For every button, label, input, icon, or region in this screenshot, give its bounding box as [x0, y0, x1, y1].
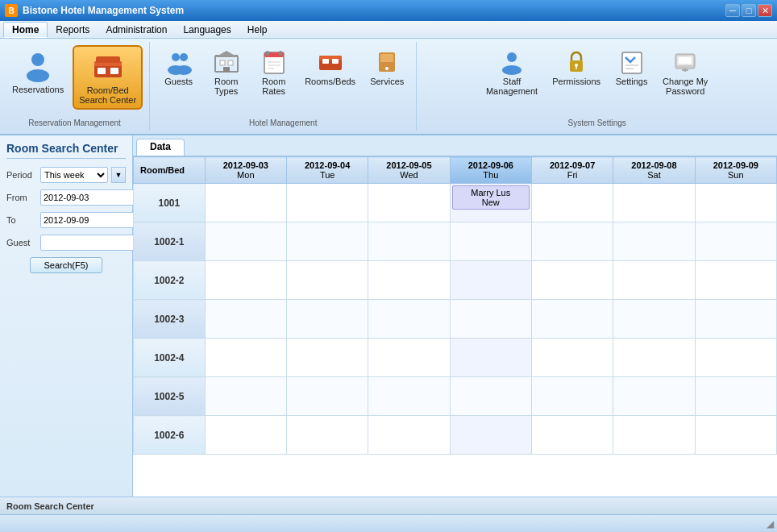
cell-1002-6-sep07[interactable]: [531, 416, 613, 455]
ribbon-btn-room-types[interactable]: RoomTypes: [204, 45, 248, 100]
cell-1002-2-sep04[interactable]: [286, 261, 368, 300]
room-label-1002-6: 1002-6: [134, 416, 206, 455]
app-title: Bistone Hotel Management System: [23, 5, 184, 16]
table-row: 1002-5: [134, 377, 777, 416]
settings-icon: [619, 49, 645, 75]
permissions-icon: [563, 49, 589, 75]
menu-help[interactable]: Help: [239, 23, 276, 37]
period-dropdown-btn[interactable]: ▼: [111, 167, 126, 183]
col-header-sep08: 2012-09-08Sat: [613, 157, 695, 184]
cell-1002-4-sep07[interactable]: [531, 339, 613, 377]
cell-1002-6-sep03[interactable]: [205, 416, 286, 455]
reservation-marry-lus[interactable]: Marry LusNew: [452, 185, 530, 210]
cell-1002-1-sep09[interactable]: [695, 222, 776, 261]
period-select[interactable]: This week This month Custom: [40, 167, 108, 183]
close-button[interactable]: ✕: [758, 4, 772, 17]
cell-1002-2-sep07[interactable]: [531, 261, 613, 300]
ribbon-group-label-system: System Settings: [568, 115, 626, 127]
ribbon-btn-staff[interactable]: StaffManagement: [480, 45, 543, 100]
ribbon-btn-room-rates[interactable]: RoomRates: [251, 45, 296, 100]
ribbon-btn-services[interactable]: Services: [364, 45, 409, 90]
cell-1002-1-sep03[interactable]: [205, 222, 286, 261]
table-row: 1002-4: [134, 339, 777, 377]
cell-1001-sep07[interactable]: [531, 184, 613, 222]
ribbon-btn-permissions[interactable]: Permissions: [546, 45, 606, 90]
cell-1001-sep09[interactable]: [695, 184, 776, 222]
guest-row: Guest: [6, 235, 126, 251]
change-password-icon: [672, 49, 698, 75]
col-header-sep05: 2012-09-05Wed: [368, 157, 450, 184]
cell-1002-3-sep06[interactable]: [450, 300, 531, 339]
cell-1002-3-sep08[interactable]: [613, 300, 695, 339]
cell-1002-6-sep05[interactable]: [368, 416, 450, 455]
staff-icon: [499, 49, 525, 75]
tab-data[interactable]: Data: [136, 139, 185, 156]
cell-1002-2-sep08[interactable]: [613, 261, 695, 300]
ribbon-btn-room-bed-search[interactable]: Room/BedSearch Center: [73, 45, 143, 110]
cell-1002-5-sep08[interactable]: [613, 377, 695, 416]
cell-1002-3-sep07[interactable]: [531, 300, 613, 339]
cell-1002-3-sep09[interactable]: [695, 300, 776, 339]
cell-1002-5-sep09[interactable]: [695, 377, 776, 416]
cell-1001-sep08[interactable]: [613, 184, 695, 222]
cell-1002-2-sep06[interactable]: [450, 261, 531, 300]
cell-1002-1-sep05[interactable]: [368, 222, 450, 261]
cell-1002-3-sep04[interactable]: [286, 300, 368, 339]
cell-1002-5-sep05[interactable]: [368, 377, 450, 416]
search-button[interactable]: Search(F5): [30, 257, 102, 273]
menu-administration[interactable]: Administration: [98, 23, 175, 37]
cell-1002-4-sep03[interactable]: [205, 339, 286, 377]
ribbon-btn-reservations[interactable]: Reservations: [6, 45, 69, 98]
menu-bar: Home Reports Administration Languages He…: [0, 21, 777, 39]
cell-1002-2-sep09[interactable]: [695, 261, 776, 300]
cell-1002-5-sep06[interactable]: [450, 377, 531, 416]
cell-1002-2-sep05[interactable]: [368, 261, 450, 300]
svg-point-29: [385, 67, 388, 70]
menu-home[interactable]: Home: [3, 22, 48, 38]
room-label-1001: 1001: [134, 184, 206, 222]
cell-1002-5-sep04[interactable]: [286, 377, 368, 416]
cell-1002-6-sep09[interactable]: [695, 416, 776, 455]
ribbon-btn-change-password[interactable]: Change MyPassword: [657, 45, 713, 100]
cell-1002-4-sep08[interactable]: [613, 339, 695, 377]
cell-1001-sep04[interactable]: [286, 184, 368, 222]
cell-1001-sep05[interactable]: [368, 184, 450, 222]
svg-rect-26: [332, 59, 339, 64]
ribbon-group-system: StaffManagement Permissions: [417, 42, 777, 131]
cell-1002-6-sep04[interactable]: [286, 416, 368, 455]
guest-label: Guest: [6, 238, 37, 247]
main-area: Room Search Center Period This week This…: [0, 135, 777, 497]
cell-1002-4-sep05[interactable]: [368, 339, 450, 377]
ribbon-btn-guests[interactable]: Guests: [156, 45, 201, 90]
cell-1002-1-sep06[interactable]: [450, 222, 531, 261]
col-header-sep09: 2012-09-09Sun: [695, 157, 776, 184]
cell-1002-2-sep03[interactable]: [205, 261, 286, 300]
ribbon-btn-settings[interactable]: Settings: [609, 45, 654, 90]
cell-1002-4-sep06[interactable]: [450, 339, 531, 377]
grid-container[interactable]: Room/Bed 2012-09-03Mon 2012-09-04Tue 201…: [133, 156, 777, 497]
cell-1002-4-sep04[interactable]: [286, 339, 368, 377]
menu-reports[interactable]: Reports: [48, 23, 98, 37]
menu-languages[interactable]: Languages: [175, 23, 239, 37]
cell-1001-sep03[interactable]: [205, 184, 286, 222]
cell-1002-1-sep07[interactable]: [531, 222, 613, 261]
cell-1002-5-sep07[interactable]: [531, 377, 613, 416]
to-label: To: [6, 215, 37, 225]
ribbon-btn-rooms-beds[interactable]: Rooms/Beds: [299, 45, 361, 90]
maximize-button[interactable]: □: [742, 4, 756, 17]
ribbon: Reservations Room/BedSearch Center Reser…: [0, 39, 777, 135]
svg-point-10: [176, 65, 192, 75]
cell-1002-1-sep08[interactable]: [613, 222, 695, 261]
col-header-sep04: 2012-09-04Tue: [286, 157, 368, 184]
minimize-button[interactable]: ─: [725, 4, 740, 17]
cell-1002-6-sep08[interactable]: [613, 416, 695, 455]
svg-rect-28: [380, 54, 393, 62]
cell-1002-3-sep05[interactable]: [368, 300, 450, 339]
room-types-icon: [214, 49, 239, 75]
cell-1002-6-sep06[interactable]: [450, 416, 531, 455]
cell-1002-3-sep03[interactable]: [205, 300, 286, 339]
cell-1002-5-sep03[interactable]: [205, 377, 286, 416]
cell-1001-sep06[interactable]: Marry LusNew: [450, 184, 531, 222]
cell-1002-1-sep04[interactable]: [286, 222, 368, 261]
cell-1002-4-sep09[interactable]: [695, 339, 776, 377]
